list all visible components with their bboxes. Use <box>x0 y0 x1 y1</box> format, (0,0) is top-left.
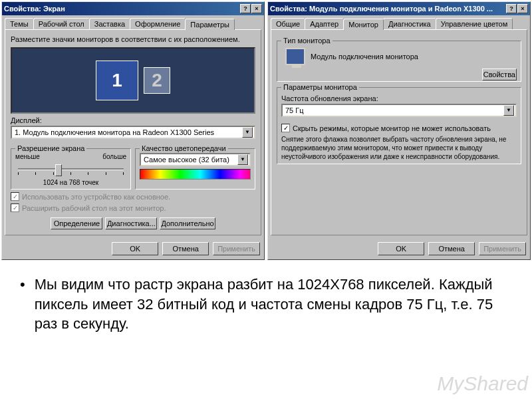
caption-text: Мы видим что растр экрана разбит на 1024… <box>35 275 512 334</box>
resolution-slider[interactable] <box>15 162 126 178</box>
display-select[interactable]: 1. Модуль подключения монитора на Radeon… <box>11 126 255 139</box>
chevron-down-icon: ▼ <box>503 105 514 116</box>
titlebar-right: Свойства: Модуль подключения монитора и … <box>268 2 530 15</box>
tab-adapter[interactable]: Адаптер <box>305 18 344 29</box>
tab-desktop[interactable]: Рабочий стол <box>33 18 90 29</box>
monitor-layout-area[interactable]: 1 2 <box>11 47 255 114</box>
apply-button: Применить <box>479 242 526 255</box>
color-quality-select[interactable]: Самое высокое (32 бита) ▼ <box>140 153 251 166</box>
tabs-left: Темы Рабочий стол Заставка Оформление Па… <box>2 15 264 29</box>
hide-modes-info: Снятие этого флажка позволяет выбрать ча… <box>281 135 517 161</box>
instruction-text: Разместите значки мониторов в соответств… <box>11 35 255 43</box>
monitor-1[interactable]: 1 <box>96 61 138 100</box>
cancel-button[interactable]: Отмена <box>428 242 475 255</box>
checkbox-icon: ✓ <box>11 192 19 201</box>
help-button[interactable]: ? <box>240 4 251 13</box>
chevron-down-icon: ▼ <box>242 127 253 138</box>
tab-themes[interactable]: Темы <box>5 18 34 29</box>
extend-desktop-checkbox: ✓ Расширить рабочий стол на этот монитор… <box>11 203 255 212</box>
monitor-panel: Тип монитора Модуль подключения монитора… <box>271 29 527 235</box>
close-button[interactable]: × <box>251 4 262 13</box>
monitor-params-group: Параметры монитора Частота обновления эк… <box>277 87 521 164</box>
monitor-properties-window: Свойства: Модуль подключения монитора и … <box>267 1 531 260</box>
quality-title: Качество цветопередачи <box>140 144 228 152</box>
close-button[interactable]: × <box>517 4 528 13</box>
bullet-icon: • <box>20 275 25 334</box>
refresh-label: Частота обновления экрана: <box>281 94 517 102</box>
color-quality-group: Качество цветопередачи Самое высокое (32… <box>135 148 255 190</box>
help-button[interactable]: ? <box>506 4 517 13</box>
tab-monitor[interactable]: Монитор <box>343 19 384 30</box>
resolution-value: 1024 на 768 точек <box>15 179 126 186</box>
primary-checkbox-label: Использовать это устройство как основное… <box>22 193 170 201</box>
tab-troubleshoot[interactable]: Диагностика <box>383 18 436 29</box>
watermark: MyShared <box>437 372 528 395</box>
hide-modes-checkbox-row: ✓ Скрыть режимы, которые монитор не може… <box>281 124 517 132</box>
quality-value: Самое высокое (32 бита) <box>144 156 237 164</box>
tab-appearance[interactable]: Оформление <box>130 18 186 29</box>
monitor-name: Модуль подключения монитора <box>311 53 418 61</box>
tab-color-management[interactable]: Управление цветом <box>436 18 513 29</box>
resolution-more: больше <box>102 153 126 160</box>
primary-device-checkbox: ✓ Использовать это устройство как основн… <box>11 192 255 201</box>
monitor-icon <box>285 48 305 65</box>
display-label: Дисплей: <box>11 116 255 124</box>
apply-button: Применить <box>213 242 260 255</box>
checkbox-icon: ✓ <box>11 203 19 212</box>
window-title: Свойства: Экран <box>4 5 240 13</box>
tab-screensaver[interactable]: Заставка <box>89 18 130 29</box>
hide-modes-checkbox[interactable]: ✓ <box>281 124 290 132</box>
properties-button[interactable]: Свойства <box>482 68 517 80</box>
monitor-params-title: Параметры монитора <box>281 83 359 91</box>
display-properties-window: Свойства: Экран ? × Темы Рабочий стол За… <box>1 1 265 260</box>
refresh-value: 75 Гц <box>285 106 503 114</box>
ok-button[interactable]: OK <box>378 242 424 255</box>
window-title: Свойства: Модуль подключения монитора и … <box>270 5 506 13</box>
identify-button[interactable]: Определение <box>51 217 102 229</box>
resolution-group: Разрешение экрана меньше больше 1024 на … <box>11 148 131 190</box>
hide-modes-label: Скрыть режимы, которые монитор не может … <box>293 124 491 132</box>
settings-panel: Разместите значки мониторов в соответств… <box>5 29 261 235</box>
ok-button[interactable]: OK <box>112 242 158 255</box>
monitor-type-group: Тип монитора Модуль подключения монитора… <box>277 41 521 82</box>
color-spectrum <box>140 169 251 180</box>
monitor-type-title: Тип монитора <box>281 37 332 45</box>
display-value: 1. Модуль подключения монитора на Radeon… <box>15 128 242 136</box>
tab-settings[interactable]: Параметры <box>185 19 235 30</box>
refresh-rate-select[interactable]: 75 Гц ▼ <box>281 104 517 117</box>
troubleshoot-button[interactable]: Диагностика... <box>105 217 157 229</box>
extend-checkbox-label: Расширить рабочий стол на этот монитор. <box>22 204 166 212</box>
tab-general[interactable]: Общие <box>271 18 305 29</box>
cancel-button[interactable]: Отмена <box>162 242 209 255</box>
titlebar-left: Свойства: Экран ? × <box>2 2 264 15</box>
advanced-button[interactable]: Дополнительно <box>160 217 215 229</box>
resolution-title: Разрешение экрана <box>15 144 86 152</box>
resolution-less: меньше <box>15 153 40 160</box>
chevron-down-icon: ▼ <box>237 154 248 165</box>
monitor-2[interactable]: 2 <box>144 67 170 94</box>
slide-caption: • Мы видим что растр экрана разбит на 10… <box>0 261 532 347</box>
tabs-right: Общие Адаптер Монитор Диагностика Управл… <box>268 15 530 29</box>
